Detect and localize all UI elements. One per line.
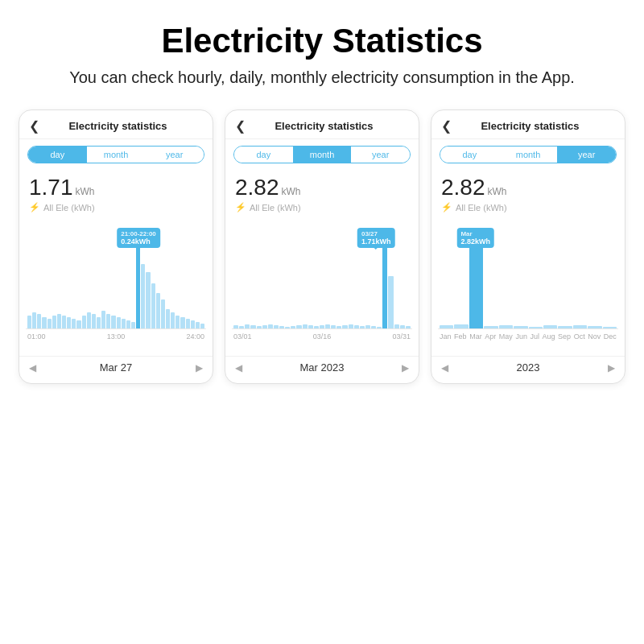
tab-year[interactable]: year bbox=[351, 147, 410, 163]
xaxis-label: Mar bbox=[469, 332, 482, 341]
chart-bar bbox=[588, 326, 601, 328]
chart-bar bbox=[354, 325, 359, 328]
xaxis-label: 03/16 bbox=[313, 332, 332, 341]
chart-bar bbox=[117, 317, 121, 328]
tab-year[interactable]: year bbox=[557, 147, 616, 163]
chart-bar bbox=[314, 326, 319, 328]
chart-bar bbox=[558, 326, 572, 328]
chart-bar bbox=[239, 326, 244, 328]
chart-bar bbox=[106, 314, 110, 328]
chart-bar bbox=[180, 317, 184, 328]
chart-bar bbox=[233, 325, 238, 328]
chart-bar bbox=[72, 319, 76, 328]
nav-prev[interactable]: ◀ bbox=[441, 362, 448, 374]
chart-bar bbox=[200, 324, 204, 328]
chart-bar bbox=[262, 325, 267, 328]
chart-bar bbox=[303, 324, 308, 328]
tab-day[interactable]: day bbox=[440, 147, 499, 163]
chart-bar bbox=[101, 311, 105, 328]
page-title: Electricity Statistics bbox=[32, 23, 612, 60]
xaxis-label: Dec bbox=[604, 332, 617, 341]
nav-next[interactable]: ▶ bbox=[402, 362, 409, 374]
nav-label: 2023 bbox=[517, 361, 540, 374]
tab-month[interactable]: month bbox=[499, 147, 558, 163]
kwh-value: 2.82 bbox=[441, 175, 485, 200]
chart-area: 03/271.71kWh03/0103/1603/31 bbox=[232, 216, 412, 353]
chart-bar bbox=[47, 319, 52, 328]
chart-tooltip: 03/271.71kWh bbox=[357, 228, 395, 248]
tab-month[interactable]: month bbox=[87, 147, 146, 163]
chart-bar bbox=[245, 324, 250, 328]
chart-bar bbox=[285, 327, 290, 328]
chart-bar bbox=[342, 325, 347, 328]
chart-bar bbox=[62, 316, 66, 328]
phones-row: ❮ Electricity statistics daymonthyear 1.… bbox=[0, 101, 644, 384]
chart-bar bbox=[32, 312, 36, 328]
chart-bar bbox=[82, 316, 86, 328]
xaxis-label: Apr bbox=[485, 332, 496, 341]
chart-bar bbox=[388, 276, 393, 328]
nav-label: Mar 2023 bbox=[300, 361, 345, 374]
xaxis-label: 01:00 bbox=[27, 332, 46, 341]
chart-bar bbox=[161, 299, 165, 328]
ele-label: All Ele (kWh) bbox=[456, 203, 507, 213]
tab-year[interactable]: year bbox=[145, 147, 204, 163]
chart-bar bbox=[406, 326, 411, 328]
chart-bar bbox=[543, 325, 557, 328]
xaxis-label: Nov bbox=[588, 332, 601, 341]
kwh-value: 1.71 bbox=[29, 175, 73, 200]
chart-bar bbox=[92, 314, 96, 328]
chart-bar bbox=[454, 324, 468, 328]
phone-title: Electricity statistics bbox=[252, 120, 396, 132]
chart-bar bbox=[279, 326, 284, 328]
chart-area: Mar2.82kWhJanFebMarAprMayJunJulAugSepOct… bbox=[438, 216, 618, 353]
chart-bar bbox=[308, 325, 313, 328]
nav-next[interactable]: ▶ bbox=[196, 362, 203, 374]
nav-prev[interactable]: ◀ bbox=[29, 362, 36, 374]
chart-bar bbox=[336, 326, 341, 328]
chart-bar bbox=[52, 316, 56, 328]
chart-bar bbox=[377, 327, 382, 328]
page-subtitle: You can check hourly, daily, monthly ele… bbox=[32, 66, 612, 89]
chart-bar bbox=[87, 312, 91, 328]
chart-tooltip: Mar2.82kWh bbox=[456, 228, 494, 248]
chart-bar bbox=[371, 326, 376, 328]
back-arrow[interactable]: ❮ bbox=[235, 118, 246, 134]
chart-bar bbox=[514, 326, 527, 328]
tab-day[interactable]: day bbox=[28, 147, 87, 163]
xaxis-label: Sep bbox=[558, 332, 571, 341]
chart-bar bbox=[122, 319, 126, 328]
bolt-icon: ⚡ bbox=[441, 202, 452, 213]
chart-bar bbox=[37, 314, 41, 328]
chart-bar bbox=[365, 325, 370, 328]
xaxis-label: 13:00 bbox=[107, 332, 126, 341]
kwh-unit: kWh bbox=[76, 186, 95, 197]
chart-bar bbox=[325, 324, 330, 328]
xaxis-label: Aug bbox=[543, 332, 555, 341]
chart-bar bbox=[349, 324, 353, 328]
nav-next[interactable]: ▶ bbox=[608, 362, 615, 374]
chart-bar bbox=[131, 322, 135, 328]
back-arrow[interactable]: ❮ bbox=[441, 118, 452, 134]
tab-day[interactable]: day bbox=[234, 147, 293, 163]
xaxis-label: Oct bbox=[574, 332, 585, 341]
chart-bar bbox=[603, 327, 617, 328]
chart-bar bbox=[126, 320, 130, 328]
phone-title: Electricity statistics bbox=[46, 120, 190, 132]
xaxis-label: 03/01 bbox=[233, 332, 252, 341]
chart-bar bbox=[141, 264, 145, 328]
tab-month[interactable]: month bbox=[293, 147, 352, 163]
nav-prev[interactable]: ◀ bbox=[235, 362, 242, 374]
bolt-icon: ⚡ bbox=[29, 202, 40, 213]
chart-bar bbox=[250, 325, 255, 328]
chart-bar bbox=[360, 326, 365, 328]
chart-bar bbox=[42, 317, 46, 328]
xaxis-label: Jun bbox=[515, 332, 527, 341]
chart-xaxis: 01:0013:0024:00 bbox=[26, 331, 206, 341]
chart-bar bbox=[175, 316, 180, 328]
chart-bar bbox=[57, 314, 61, 328]
back-arrow[interactable]: ❮ bbox=[29, 118, 39, 134]
chart-bar bbox=[156, 293, 160, 328]
chart-area: 21:00-22:000.24kWh01:0013:0024:00 bbox=[26, 216, 206, 353]
chart-bar bbox=[274, 325, 279, 328]
